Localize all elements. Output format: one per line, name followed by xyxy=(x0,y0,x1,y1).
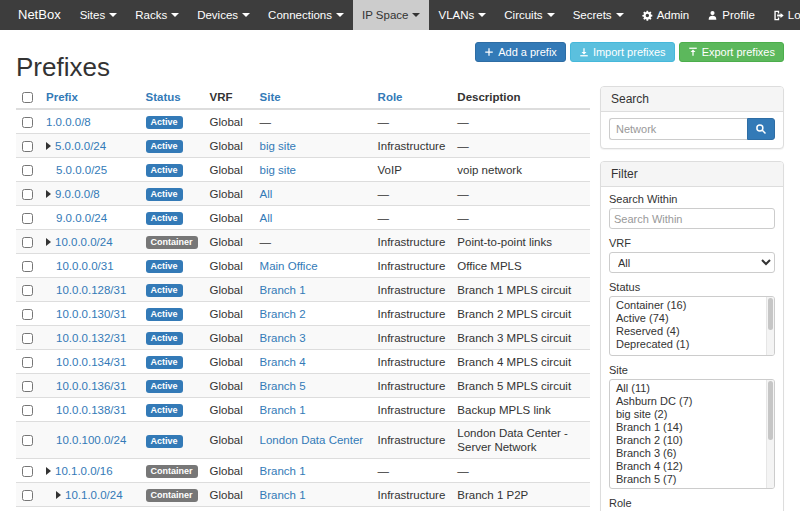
prefix-link[interactable]: 10.0.0.128/31 xyxy=(56,283,126,297)
prefix-link[interactable]: 5.0.0.0/24 xyxy=(55,139,106,153)
row-checkbox[interactable] xyxy=(22,213,33,224)
site-link[interactable]: Branch 1 xyxy=(260,284,306,296)
column-header-role[interactable]: Role xyxy=(372,86,452,109)
site-link[interactable]: All xyxy=(260,212,273,224)
site-link[interactable]: Branch 1 xyxy=(260,489,306,501)
prefix-link[interactable]: 9.0.0.0/8 xyxy=(55,187,100,201)
site-link[interactable]: London Data Center xyxy=(260,434,364,446)
search-button[interactable] xyxy=(747,118,775,140)
filter-panel: Filter Search WithinVRFAllStatusContaine… xyxy=(600,161,784,511)
filter-option[interactable]: All (11) xyxy=(610,382,774,395)
site-link[interactable]: All xyxy=(260,188,273,200)
nav-item-racks[interactable]: Racks xyxy=(126,0,188,30)
filter-multiselect-status[interactable]: Container (16)Active (74)Reserved (4)Dep… xyxy=(609,296,775,356)
filter-option[interactable]: Branch 1 (14) xyxy=(610,421,774,434)
filter-option[interactable]: Branch 3 (6) xyxy=(610,447,774,460)
nav-item-devices[interactable]: Devices xyxy=(188,0,259,30)
row-checkbox[interactable] xyxy=(22,165,33,176)
column-header-site[interactable]: Site xyxy=(254,86,372,109)
prefix-link[interactable]: 10.0.0.138/31 xyxy=(56,403,126,417)
select-all-checkbox[interactable] xyxy=(22,92,33,103)
prefix-link[interactable]: 10.0.0.0/31 xyxy=(56,259,114,273)
site-link[interactable]: Branch 1 xyxy=(260,404,306,416)
prefix-link[interactable]: 10.1.0.0/16 xyxy=(55,464,113,478)
scrollbar[interactable] xyxy=(766,380,774,488)
site-link[interactable]: Main Office xyxy=(260,260,318,272)
row-checkbox[interactable] xyxy=(22,285,33,296)
filter-multiselect-site[interactable]: All (11)Ashburn DC (7)big site (2)Branch… xyxy=(609,379,775,489)
filter-option[interactable]: Ashburn DC (7) xyxy=(610,395,774,408)
row-checkbox[interactable] xyxy=(22,357,33,368)
nav-item-admin[interactable]: Admin xyxy=(633,0,699,30)
site-link[interactable]: Branch 5 xyxy=(260,380,306,392)
description-cell: Office MPLS xyxy=(451,254,590,278)
filter-option[interactable]: Branch 2 (10) xyxy=(610,434,774,447)
vrf-cell: Global xyxy=(204,302,254,326)
row-checkbox[interactable] xyxy=(22,490,33,501)
scrollbar[interactable] xyxy=(766,297,774,355)
prefix-link[interactable]: 10.0.0.134/31 xyxy=(56,355,126,369)
filter-option[interactable]: Branch 5 (7) xyxy=(610,473,774,486)
column-header-status[interactable]: Status xyxy=(140,86,204,109)
row-checkbox[interactable] xyxy=(22,237,33,248)
site-link[interactable]: Branch 3 xyxy=(260,332,306,344)
row-checkbox[interactable] xyxy=(22,261,33,272)
expand-caret-icon xyxy=(46,190,51,198)
description-cell: Branch 3 MPLS circuit xyxy=(451,326,590,350)
role-cell: Infrastructure xyxy=(372,350,452,374)
row-checkbox[interactable] xyxy=(22,435,33,446)
filter-select-vrf[interactable]: All xyxy=(609,252,775,273)
export-prefixes-button[interactable]: Export prefixes xyxy=(679,42,784,62)
row-checkbox[interactable] xyxy=(22,333,33,344)
caret-down-icon xyxy=(242,13,250,17)
scrollbar-thumb[interactable] xyxy=(768,381,773,440)
import-prefixes-button[interactable]: Import prefixes xyxy=(570,42,675,62)
filter-option[interactable]: Deprecated (1) xyxy=(610,338,774,351)
nav-item-secrets[interactable]: Secrets xyxy=(564,0,633,30)
nav-item-ip-space[interactable]: IP Space xyxy=(353,0,429,30)
prefix-link[interactable]: 10.0.0.130/31 xyxy=(56,307,126,321)
prefix-link[interactable]: 10.1.0.0/24 xyxy=(65,488,123,502)
nav-item-log-out[interactable]: Log out xyxy=(764,0,800,30)
scrollbar-thumb[interactable] xyxy=(768,298,773,330)
row-checkbox[interactable] xyxy=(22,466,33,477)
caret-down-icon xyxy=(547,13,555,17)
site-link[interactable]: Branch 1 xyxy=(260,465,306,477)
prefix-link[interactable]: 9.0.0.0/24 xyxy=(56,211,107,225)
prefix-link[interactable]: 10.0.0.132/31 xyxy=(56,331,126,345)
site-link[interactable]: Branch 2 xyxy=(260,308,306,320)
vrf-cell: Global xyxy=(204,109,254,134)
prefix-link[interactable]: 10.0.100.0/24 xyxy=(56,433,126,447)
brand[interactable]: NetBox xyxy=(8,0,71,30)
prefix-link[interactable]: 1.0.0.0/8 xyxy=(46,115,91,129)
row-checkbox[interactable] xyxy=(22,405,33,416)
filter-option[interactable]: Container (16) xyxy=(610,299,774,312)
filter-option[interactable]: big site (2) xyxy=(610,408,774,421)
prefix-link[interactable]: 10.0.0.0/24 xyxy=(55,235,113,249)
caret-down-icon xyxy=(336,13,344,17)
site-link[interactable]: big site xyxy=(260,140,296,152)
filter-input-search-within[interactable] xyxy=(609,208,775,229)
row-checkbox[interactable] xyxy=(22,189,33,200)
site-link[interactable]: big site xyxy=(260,164,296,176)
row-checkbox[interactable] xyxy=(22,117,33,128)
filter-option[interactable]: CO1-1-21 (4) xyxy=(610,486,774,489)
row-checkbox[interactable] xyxy=(22,381,33,392)
search-input[interactable] xyxy=(609,118,747,140)
row-checkbox[interactable] xyxy=(22,141,33,152)
nav-item-circuits[interactable]: Circuits xyxy=(495,0,563,30)
nav-item-connections[interactable]: Connections xyxy=(259,0,353,30)
nav-item-vlans[interactable]: VLANs xyxy=(429,0,495,30)
filter-option[interactable]: Reserved (4) xyxy=(610,325,774,338)
filter-option[interactable]: Active (74) xyxy=(610,312,774,325)
row-checkbox[interactable] xyxy=(22,309,33,320)
status-badge: Active xyxy=(146,164,183,177)
column-header-prefix[interactable]: Prefix xyxy=(40,86,140,109)
nav-item-sites[interactable]: Sites xyxy=(71,0,127,30)
prefix-link[interactable]: 10.0.0.136/31 xyxy=(56,379,126,393)
site-link[interactable]: Branch 4 xyxy=(260,356,306,368)
filter-option[interactable]: Branch 4 (12) xyxy=(610,460,774,473)
nav-item-profile[interactable]: Profile xyxy=(698,0,764,30)
prefix-link[interactable]: 5.0.0.0/25 xyxy=(56,163,107,177)
add-a-prefix-button[interactable]: Add a prefix xyxy=(475,42,566,62)
